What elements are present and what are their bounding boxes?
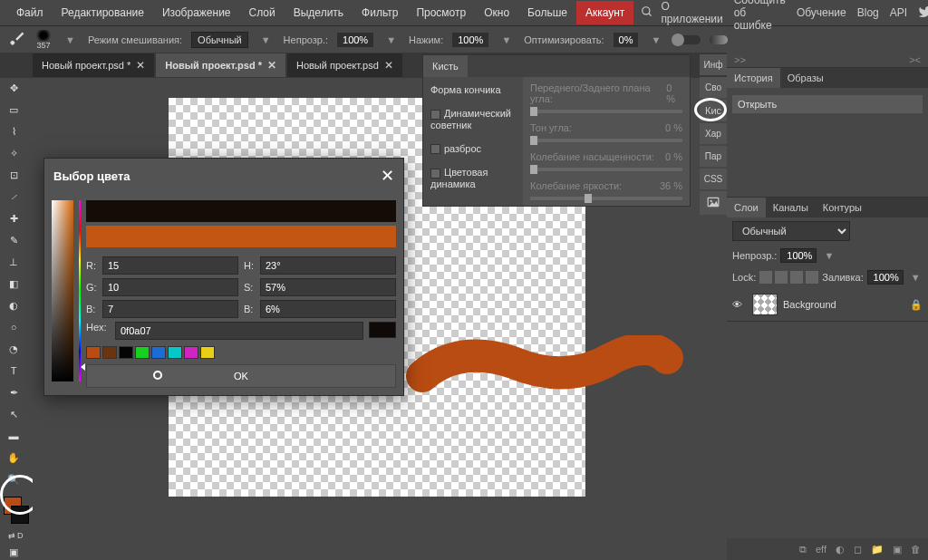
tab-2[interactable]: Новый проект.psd✕: [287, 53, 402, 77]
sat-jitter-slider[interactable]: [530, 168, 682, 171]
shape-tool[interactable]: ▬: [2, 426, 25, 446]
blend-mode-arrow[interactable]: ▼: [257, 34, 275, 45]
brush-tool[interactable]: ✎: [2, 230, 25, 250]
background-swatch[interactable]: [11, 506, 29, 524]
lock-position-icon[interactable]: [790, 271, 803, 284]
lock-pixels-icon[interactable]: [775, 271, 788, 284]
history-item-open[interactable]: Открыть: [732, 95, 923, 113]
marquee-tool[interactable]: ▭: [2, 100, 25, 120]
side-tab-par[interactable]: Пар: [700, 146, 727, 167]
quickmask-tool[interactable]: ▣: [2, 542, 25, 560]
scatter-item[interactable]: разброс: [427, 141, 519, 157]
tab-channels[interactable]: Каналы: [766, 198, 816, 217]
swatch-4[interactable]: [151, 346, 166, 359]
heal-tool[interactable]: ✚: [2, 208, 25, 228]
layer-item-background[interactable]: 👁 Background 🔒: [727, 288, 928, 322]
folder-icon[interactable]: 📁: [871, 544, 884, 555]
side-tab-css[interactable]: CSS: [700, 169, 727, 189]
ok-button[interactable]: OK: [86, 364, 396, 388]
collapse-icon-2[interactable]: ><: [909, 54, 921, 65]
lock-icon[interactable]: 🔒: [910, 299, 923, 311]
swatch-7[interactable]: [200, 346, 215, 359]
tab-history[interactable]: История: [727, 68, 780, 88]
hand-tool[interactable]: ✋: [2, 448, 25, 468]
link-report[interactable]: Сообщить об ошибке: [734, 0, 786, 32]
bri-jitter-slider[interactable]: [530, 197, 682, 200]
s-input[interactable]: [260, 278, 396, 296]
swap-colors[interactable]: ⇄ D: [2, 531, 29, 540]
tab-layers[interactable]: Слои: [727, 198, 766, 217]
menu-image[interactable]: Изображение: [153, 1, 240, 24]
link-about[interactable]: О приложении: [661, 0, 722, 25]
menu-layer[interactable]: Слой: [240, 1, 285, 24]
lasso-tool[interactable]: ⌇: [2, 121, 25, 141]
flow-value[interactable]: 100%: [452, 33, 488, 47]
path-tool[interactable]: ↖: [2, 404, 25, 424]
swatch-2[interactable]: [119, 346, 133, 359]
swatch-6[interactable]: [184, 346, 198, 359]
type-tool[interactable]: T: [2, 361, 25, 381]
tab-patterns[interactable]: Образы: [780, 68, 831, 88]
side-tab-char[interactable]: Хар: [700, 123, 727, 144]
dodge-tool[interactable]: ◔: [2, 339, 25, 359]
mask-icon[interactable]: ◻: [854, 544, 862, 555]
fgbg-slider[interactable]: [530, 110, 682, 113]
smooth-value[interactable]: 0%: [614, 33, 639, 47]
b-input[interactable]: [102, 300, 238, 318]
side-tab-info[interactable]: Инф: [700, 54, 727, 75]
pen-tool[interactable]: ✒: [2, 382, 25, 402]
hex-input[interactable]: [115, 322, 363, 340]
adjustment-icon[interactable]: ◐: [836, 544, 845, 555]
swatch-5[interactable]: [168, 346, 182, 359]
brush-picker-arrow[interactable]: ▼: [62, 34, 79, 45]
blur-tool[interactable]: ○: [2, 317, 25, 337]
g-input[interactable]: [102, 278, 238, 296]
flow-arrow[interactable]: ▼: [498, 34, 515, 45]
lock-all-icon[interactable]: [806, 271, 818, 284]
swatch-1[interactable]: [102, 346, 117, 359]
opacity-value[interactable]: 100%: [337, 33, 373, 47]
dynamic-item[interactable]: Динамический советник: [427, 106, 519, 132]
wand-tool[interactable]: ✧: [2, 143, 25, 163]
side-tab-swatches[interactable]: Сво: [700, 77, 727, 98]
tip-shape-item[interactable]: Форма кончика: [427, 82, 519, 97]
sv-picker[interactable]: [52, 200, 73, 381]
trash-icon[interactable]: 🗑: [911, 544, 921, 555]
hue-jitter-slider[interactable]: [530, 139, 682, 142]
zoom-tool[interactable]: 🔍: [2, 469, 25, 489]
layer-opacity-input[interactable]: [780, 248, 817, 263]
stamp-tool[interactable]: ⊥: [2, 252, 25, 272]
tab-0-close[interactable]: ✕: [136, 59, 145, 72]
menu-select[interactable]: Выделить: [285, 1, 353, 24]
fill-input[interactable]: [867, 270, 904, 285]
fill-arrow[interactable]: ▼: [907, 272, 924, 283]
smooth-arrow[interactable]: ▼: [647, 34, 664, 45]
pressure-toggle[interactable]: [673, 35, 701, 44]
swatch-0[interactable]: [86, 346, 101, 359]
layer-opacity-arrow[interactable]: ▼: [820, 250, 837, 261]
visibility-icon[interactable]: 👁: [732, 299, 747, 310]
collapse-icon[interactable]: >>: [734, 54, 746, 65]
menu-edit[interactable]: Редактирование: [53, 1, 153, 24]
brush-panel-tab[interactable]: Кисть: [423, 55, 468, 77]
link-blog[interactable]: Blog: [857, 6, 879, 19]
side-tab-brush[interactable]: Кис: [700, 100, 727, 121]
menu-filter[interactable]: Фильтр: [353, 1, 407, 24]
menu-more[interactable]: Больше: [518, 1, 576, 24]
r-input[interactable]: [102, 256, 238, 275]
blend-mode-select[interactable]: Обычный: [191, 32, 248, 48]
search-icon[interactable]: [633, 5, 661, 20]
side-tab-image[interactable]: [700, 191, 727, 215]
menu-view[interactable]: Просмотр: [407, 1, 475, 24]
lock-transparent-icon[interactable]: [759, 271, 772, 284]
eyedropper-tool[interactable]: ⟋: [2, 187, 25, 207]
gradient-tool[interactable]: ◐: [2, 295, 25, 315]
link-icon[interactable]: ⧉: [799, 544, 807, 555]
close-icon[interactable]: ✕: [381, 166, 394, 186]
airbrush-icon[interactable]: [710, 35, 728, 44]
new-layer-icon[interactable]: ▣: [893, 544, 902, 555]
tab-2-close[interactable]: ✕: [384, 59, 393, 72]
move-tool[interactable]: ✥: [2, 78, 25, 98]
checkbox-icon[interactable]: [430, 110, 440, 120]
tab-1-close[interactable]: ✕: [267, 59, 276, 72]
